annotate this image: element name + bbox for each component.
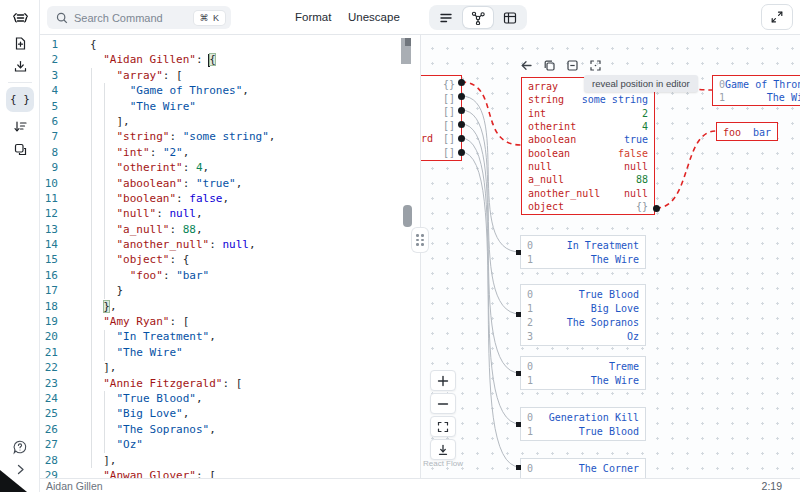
compare-tool-button[interactable] bbox=[0, 142, 40, 157]
new-file-button[interactable] bbox=[0, 36, 40, 51]
collapse-node-icon[interactable] bbox=[565, 58, 579, 72]
back-arrow-icon[interactable] bbox=[519, 58, 533, 72]
focus-node-icon[interactable] bbox=[588, 58, 602, 72]
new-file-icon bbox=[13, 36, 28, 51]
code-line[interactable]: "Annie Fitzgerald": [ bbox=[90, 376, 275, 391]
panel-divider[interactable] bbox=[420, 35, 421, 478]
node-row: 0Generation Kill bbox=[521, 410, 645, 425]
line-number: 17 bbox=[40, 283, 58, 298]
graph-node-alice-farmer[interactable]: 0The Corner bbox=[520, 458, 646, 478]
graph-node-amy-ryan[interactable]: 0In Treatment1The Wire bbox=[520, 235, 646, 269]
code-line[interactable]: "The Wire" bbox=[90, 99, 275, 114]
code-line[interactable]: "Game of Thrones", bbox=[90, 83, 275, 98]
search-input[interactable]: Search Command ⌘ K bbox=[47, 6, 231, 29]
json-tool-button[interactable]: { } bbox=[0, 93, 40, 106]
code-line[interactable]: ], bbox=[90, 114, 275, 129]
code-line[interactable]: "Aidan Gillen": { bbox=[90, 52, 275, 67]
code-line[interactable]: "The Sopranos", bbox=[90, 422, 275, 437]
code-line[interactable]: "array": [ bbox=[90, 68, 275, 83]
code-line[interactable]: }, bbox=[90, 299, 275, 314]
node-row: int2 bbox=[522, 107, 654, 120]
download-image-button[interactable] bbox=[430, 439, 456, 460]
code-line[interactable]: "string": "some string", bbox=[90, 129, 275, 144]
graph-node-object-foo[interactable]: foobar bbox=[716, 122, 778, 141]
code-line[interactable]: "another_null": null, bbox=[90, 237, 275, 252]
code-line[interactable]: "True Blood", bbox=[90, 391, 275, 406]
graph-node-annie-fitzgerald[interactable]: 0True Blood1Big Love2The Sopranos3Oz bbox=[520, 284, 646, 346]
node-row: rd[] bbox=[421, 132, 461, 146]
node-row: 0In Treatment bbox=[521, 238, 645, 253]
logo-icon bbox=[10, 8, 31, 28]
graph-canvas[interactable]: reveal position in editor React Flow {}[… bbox=[421, 35, 800, 478]
code-line[interactable]: "int": "2", bbox=[90, 145, 275, 160]
fullscreen-button[interactable] bbox=[761, 4, 793, 30]
help-button[interactable] bbox=[0, 439, 40, 455]
graph-node-array[interactable]: 0Game of Thrones1The Wire bbox=[712, 75, 800, 106]
code-line[interactable]: "a_null": 88, bbox=[90, 222, 275, 237]
line-number: 29 bbox=[40, 468, 58, 478]
graph-node-root[interactable]: {}[][][]rd[][] bbox=[421, 75, 462, 161]
download-button[interactable] bbox=[0, 59, 40, 74]
line-number: 8 bbox=[40, 145, 58, 160]
code-line[interactable]: "In Treatment", bbox=[90, 329, 275, 344]
node-row: 3Oz bbox=[521, 330, 645, 344]
connection-handle-dot bbox=[458, 121, 465, 128]
format-button[interactable]: Format bbox=[295, 0, 331, 35]
editor-list-view-button[interactable] bbox=[431, 7, 461, 28]
unescape-button[interactable]: Unescape bbox=[348, 0, 400, 35]
code-line[interactable]: "Big Love", bbox=[90, 406, 275, 421]
line-number: 24 bbox=[40, 391, 58, 406]
code-line[interactable]: } bbox=[90, 283, 275, 298]
node-row: [] bbox=[421, 119, 461, 133]
line-number: 16 bbox=[40, 268, 58, 283]
line-number: 13 bbox=[40, 222, 58, 237]
node-row: [] bbox=[421, 105, 461, 119]
reveal-tooltip: reveal position in editor bbox=[584, 75, 698, 92]
line-number-gutter: 1234567891011121314151617181920212223242… bbox=[40, 37, 58, 478]
line-number: 23 bbox=[40, 376, 58, 391]
code-line[interactable]: "boolean": false, bbox=[90, 191, 275, 206]
zoom-out-button[interactable] bbox=[430, 393, 456, 414]
node-row: nullnull bbox=[522, 160, 654, 173]
line-number: 6 bbox=[40, 114, 58, 129]
code-line[interactable]: "Anwan Glover": [ bbox=[90, 468, 275, 478]
table-icon bbox=[503, 11, 517, 25]
react-flow-attribution: React Flow bbox=[423, 459, 463, 468]
divider-grip-handle[interactable] bbox=[412, 228, 428, 252]
code-line[interactable]: "The Wire" bbox=[90, 345, 275, 360]
divider-pill[interactable] bbox=[403, 205, 412, 227]
zoom-in-button[interactable] bbox=[430, 370, 456, 391]
copy-icon[interactable] bbox=[542, 58, 556, 72]
code-line[interactable]: "aboolean": "true", bbox=[90, 176, 275, 191]
json-code-editor[interactable]: 1234567891011121314151617181920212223242… bbox=[40, 35, 420, 478]
table-view-button[interactable] bbox=[495, 7, 525, 28]
code-line[interactable]: { bbox=[90, 37, 275, 52]
app-logo[interactable] bbox=[0, 8, 40, 28]
code-line[interactable]: "Oz" bbox=[90, 437, 275, 452]
connection-handle-dot bbox=[653, 205, 660, 212]
line-number: 14 bbox=[40, 237, 58, 252]
code-line[interactable]: "foo": "bar" bbox=[90, 268, 275, 283]
line-number: 20 bbox=[40, 329, 58, 344]
graph-node-alexander-skarsgard[interactable]: 0Generation Kill1True Blood bbox=[520, 407, 646, 441]
connection-handle-dot bbox=[458, 93, 465, 100]
graph-view-button[interactable] bbox=[463, 7, 493, 28]
code-line[interactable]: "otherint": 4, bbox=[90, 160, 275, 175]
graph-node-anwan-glover[interactable]: 0Treme1The Wire bbox=[520, 356, 646, 390]
code-line[interactable]: ], bbox=[90, 360, 275, 375]
line-number: 28 bbox=[40, 453, 58, 468]
line-number: 7 bbox=[40, 129, 58, 144]
node-row: [] bbox=[421, 146, 461, 160]
line-number: 26 bbox=[40, 422, 58, 437]
code-line[interactable]: "object": { bbox=[90, 252, 275, 267]
code-line[interactable]: "null": null, bbox=[90, 206, 275, 221]
fit-view-button[interactable] bbox=[430, 416, 456, 437]
app-window: Search Command ⌘ K Format Unescape bbox=[0, 0, 800, 492]
connection-handle-dot bbox=[458, 135, 465, 142]
code-line[interactable]: "Amy Ryan": [ bbox=[90, 314, 275, 329]
graph-node-aidan-gillen[interactable]: array[]stringsome stringint2otherint4abo… bbox=[521, 77, 655, 215]
sort-tool-button[interactable] bbox=[0, 119, 40, 134]
expand-sidebar-button[interactable] bbox=[0, 463, 40, 476]
code-lines[interactable]: { "Aidan Gillen": { "array": [ "Game of … bbox=[90, 37, 275, 478]
code-line[interactable]: ], bbox=[90, 453, 275, 468]
